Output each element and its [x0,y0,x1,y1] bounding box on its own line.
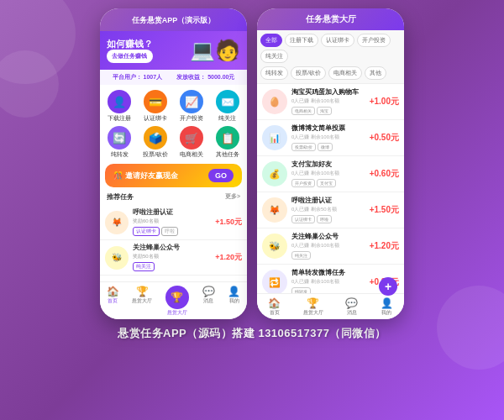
recommended-header: 推荐任务 更多> [100,192,247,205]
task-category-grid: 👤 下载注册 💳 认证绑卡 📈 开户投资 ✉️ 纯关注 🔄 纯转发 🗳️ 投票/… [100,85,247,164]
task-info: 微博博文简单投票 0人已赚 剩余100名额 投票/砍价微博 [291,124,365,151]
nav-item-3[interactable]: 💬消息 [202,286,215,316]
filter-tab-注册下载[interactable]: 注册下载 [285,34,318,47]
recommended-section: 推荐任务 更多> 🦊 呼啦注册认证 奖励60名额 认证绑卡呼啦 +1.50元 🐝… [100,192,247,281]
category-icon-2[interactable]: 📈 开户投资 [176,90,208,123]
bg-decoration-3 [437,286,504,370]
table-row[interactable]: 🐝 关注蜂巢公众号 0人已赚 剩余100名额 纯关注 +1.20元 [257,228,404,265]
task-avatar: 📊 [262,125,287,150]
right-nav-item-2[interactable]: 💬消息 [345,297,358,316]
filter-tabs-row1: 全部注册下载认证绑卡开户投资纯关注 [257,30,404,65]
category-icon-4[interactable]: 🔄 纯转发 [103,126,136,159]
table-row[interactable]: 📊 微博博文简单投票 0人已赚 剩余100名额 投票/砍价微博 +0.50元 [257,120,404,156]
icon-circle-6: 🛒 [180,126,203,150]
filter-tab-开户投资[interactable]: 开户投资 [357,34,391,47]
category-icon-7[interactable]: 📋 其他任务 [211,126,244,159]
filter-tab-其他[interactable]: 其他 [365,66,386,80]
left-task-list: 🦊 呼啦注册认证 奖励60名额 认证绑卡呼啦 +1.50元 🐝 关注蜂巢公众号 … [100,205,247,276]
icon-circle-1: 💳 [144,90,167,113]
referral-banner[interactable]: 🎊 邀请好友赢现金 GO [105,164,242,187]
filter-tab-认证绑卡[interactable]: 认证绑卡 [321,34,354,47]
task-info: 淘宝买鸡蛋加入购物车 0人已赚 剩余100名额 电商相关淘宝 [291,88,365,115]
task-info: 支付宝加好友 0人已赚 剩余100名额 开户投资支付宝 [291,160,365,187]
list-item[interactable]: 🐝 关注蜂巢公众号 奖励50名额 纯关注 +1.20元 [100,240,247,276]
category-icon-1[interactable]: 💳 认证绑卡 [139,90,172,123]
banner-button[interactable]: 去做任务赚钱 [107,50,153,63]
filter-tab-投票/砍价[interactable]: 投票/砍价 [291,66,326,80]
filter-tab-电商相关[interactable]: 电商相关 [328,66,362,80]
task-avatar: 🥚 [262,89,287,114]
icon-circle-0: 👤 [108,90,131,113]
nav-item-1[interactable]: 🏆悬赏大厅 [132,286,152,316]
category-icon-0[interactable]: 👤 下载注册 [103,90,136,123]
right-phone: 任务悬赏大厅 全部注册下载认证绑卡开户投资纯关注 纯转发投票/砍价电商相关其他 … [257,8,404,319]
left-app-title: 任务悬赏APP（演示版） [103,15,244,26]
banner-illustration: 💻🧑 [190,39,240,62]
task-info: 简单转发微博任务 0人已赚 剩余100名额 纯转发 [291,269,365,293]
table-row[interactable]: 🦊 呼啦注册认证 0人已赚 剩余50名额 认证绑卡呼啦 +1.50元 [257,192,404,228]
stat-earnings: 发放收益： 5000.00元 [176,73,234,81]
category-icon-5[interactable]: 🗳️ 投票/砍价 [139,126,172,159]
filter-tabs-row2: 纯转发投票/砍价电商相关其他 [257,65,404,84]
referral-go-button[interactable]: GO [208,169,234,182]
right-nav-item-3[interactable]: 👤我的 [381,297,393,316]
task-avatar: 🦊 [262,197,287,223]
icon-circle-4: 🔄 [108,126,131,150]
hall-header: 任务悬赏大厅 [257,8,404,30]
referral-text: 🎊 邀请好友赢现金 [113,171,178,181]
right-nav-item-1[interactable]: 🏆悬赏大厅 [303,297,323,316]
right-nav-item-0[interactable]: 🏠首页 [268,297,281,316]
category-icon-6[interactable]: 🛒 电商相关 [176,126,208,159]
left-phone-header: 任务悬赏APP（演示版） [100,8,247,31]
task-avatar: 🐝 [262,234,287,259]
table-row[interactable]: 💰 支付宝加好友 0人已赚 剩余100名额 开户投资支付宝 +0.60元 [257,156,404,192]
phones-container: 任务悬赏APP（演示版） 如何赚钱？ 去做任务赚钱 💻🧑 平台用户： 1007人… [100,8,404,319]
list-item[interactable]: 🦊 呼啦注册认证 奖励60名额 认证绑卡呼啦 +1.50元 [100,205,247,240]
filter-tab-全部[interactable]: 全部 [260,34,282,47]
nav-item-4[interactable]: 👤我的 [228,286,240,316]
icon-circle-3: ✉️ [216,90,239,113]
stats-bar: 平台用户： 1007人 发放收益： 5000.00元 [100,70,247,85]
left-phone: 任务悬赏APP（演示版） 如何赚钱？ 去做任务赚钱 💻🧑 平台用户： 1007人… [100,8,247,319]
task-avatar: 🦊 [105,211,129,234]
icon-circle-7: 📋 [216,126,239,150]
nav-hall-button[interactable]: 🏆悬赏大厅 [165,286,189,316]
icon-circle-5: 🗳️ [144,126,167,150]
task-avatar: 🔁 [262,270,287,293]
task-avatar: 🐝 [105,246,129,270]
right-bottom-nav: 🏠首页🏆悬赏大厅💬消息👤我的 [257,293,404,319]
stat-users: 平台用户： 1007人 [113,73,163,81]
filter-tab-纯转发[interactable]: 纯转发 [260,66,288,80]
filter-tab-纯关注[interactable]: 纯关注 [260,50,288,63]
task-info: 关注蜂巢公众号 奖励50名额 纯关注 [133,244,211,271]
bg-decoration-2 [0,50,59,118]
task-info: 呼啦注册认证 0人已赚 剩余50名额 认证绑卡呼啦 [291,197,365,223]
category-icon-3[interactable]: ✉️ 纯关注 [211,90,244,123]
task-info: 关注蜂巢公众号 0人已赚 剩余100名额 纯关注 [291,233,365,260]
left-bottom-nav: 🏠首页🏆悬赏大厅🏆悬赏大厅💬消息👤我的 [100,281,247,319]
table-row[interactable]: 🥚 淘宝买鸡蛋加入购物车 0人已赚 剩余100名额 电商相关淘宝 +1.00元 [257,84,404,120]
page-caption: 悬赏任务APP（源码）搭建 13106517377（同微信） [118,326,386,341]
fab-add-button[interactable]: + [379,277,397,296]
right-task-list: 🥚 淘宝买鸡蛋加入购物车 0人已赚 剩余100名额 电商相关淘宝 +1.00元 … [257,84,404,293]
nav-item-0[interactable]: 🏠首页 [107,286,119,316]
promo-banner: 如何赚钱？ 去做任务赚钱 💻🧑 [100,31,247,70]
task-info: 呼啦注册认证 奖励60名额 认证绑卡呼啦 [133,208,211,236]
banner-title: 如何赚钱？ [107,38,153,50]
more-link[interactable]: 更多> [225,192,240,202]
icon-circle-2: 📈 [180,90,203,113]
task-avatar: 💰 [262,161,287,186]
